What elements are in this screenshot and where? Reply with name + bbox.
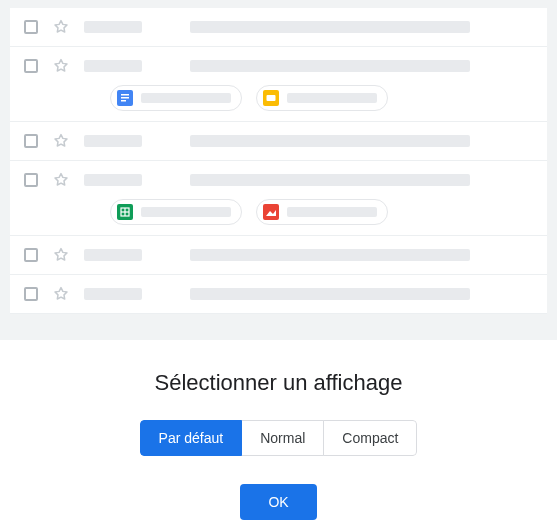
sender-placeholder bbox=[84, 21, 142, 33]
star-icon[interactable] bbox=[52, 171, 70, 189]
row-checkbox[interactable] bbox=[24, 173, 38, 187]
subject-placeholder bbox=[190, 174, 470, 186]
svg-rect-3 bbox=[121, 100, 126, 102]
option-comfortable[interactable]: Normal bbox=[241, 420, 324, 456]
subject-placeholder bbox=[190, 288, 470, 300]
svg-rect-2 bbox=[121, 97, 129, 99]
row-checkbox[interactable] bbox=[24, 287, 38, 301]
density-options: Par défaut Normal Compact bbox=[140, 420, 418, 456]
slides-icon bbox=[263, 90, 279, 106]
attachment-chip[interactable] bbox=[256, 85, 388, 111]
message-row bbox=[10, 236, 547, 275]
subject-placeholder bbox=[190, 135, 470, 147]
message-row bbox=[10, 275, 547, 314]
star-icon[interactable] bbox=[52, 18, 70, 36]
row-checkbox[interactable] bbox=[24, 134, 38, 148]
chip-label-placeholder bbox=[141, 93, 231, 103]
chip-label-placeholder bbox=[287, 93, 377, 103]
option-compact[interactable]: Compact bbox=[323, 420, 417, 456]
message-row bbox=[10, 122, 547, 161]
attachment-chips bbox=[110, 85, 533, 111]
attachment-chip[interactable] bbox=[110, 85, 242, 111]
svg-rect-5 bbox=[267, 95, 276, 101]
subject-placeholder bbox=[190, 60, 470, 72]
star-icon[interactable] bbox=[52, 132, 70, 150]
panel-title: Sélectionner un affichage bbox=[0, 370, 557, 396]
chip-label-placeholder bbox=[287, 207, 377, 217]
image-icon bbox=[263, 204, 279, 220]
sheets-icon bbox=[117, 204, 133, 220]
svg-rect-1 bbox=[121, 94, 129, 96]
attachment-chip[interactable] bbox=[110, 199, 242, 225]
sender-placeholder bbox=[84, 135, 142, 147]
attachment-chips bbox=[110, 199, 533, 225]
sender-placeholder bbox=[84, 249, 142, 261]
message-row bbox=[10, 47, 547, 122]
subject-placeholder bbox=[190, 249, 470, 261]
star-icon[interactable] bbox=[52, 246, 70, 264]
sender-placeholder bbox=[84, 288, 142, 300]
star-icon[interactable] bbox=[52, 285, 70, 303]
attachment-chip[interactable] bbox=[256, 199, 388, 225]
subject-placeholder bbox=[190, 21, 470, 33]
row-checkbox[interactable] bbox=[24, 248, 38, 262]
option-default[interactable]: Par défaut bbox=[140, 420, 243, 456]
sender-placeholder bbox=[84, 60, 142, 72]
docs-icon bbox=[117, 90, 133, 106]
ok-button[interactable]: OK bbox=[240, 484, 316, 520]
message-row bbox=[10, 8, 547, 47]
sender-placeholder bbox=[84, 174, 142, 186]
message-row bbox=[10, 161, 547, 236]
chip-label-placeholder bbox=[141, 207, 231, 217]
row-checkbox[interactable] bbox=[24, 20, 38, 34]
message-list-preview bbox=[0, 0, 557, 340]
density-panel: Sélectionner un affichage Par défaut Nor… bbox=[0, 340, 557, 520]
star-icon[interactable] bbox=[52, 57, 70, 75]
row-checkbox[interactable] bbox=[24, 59, 38, 73]
